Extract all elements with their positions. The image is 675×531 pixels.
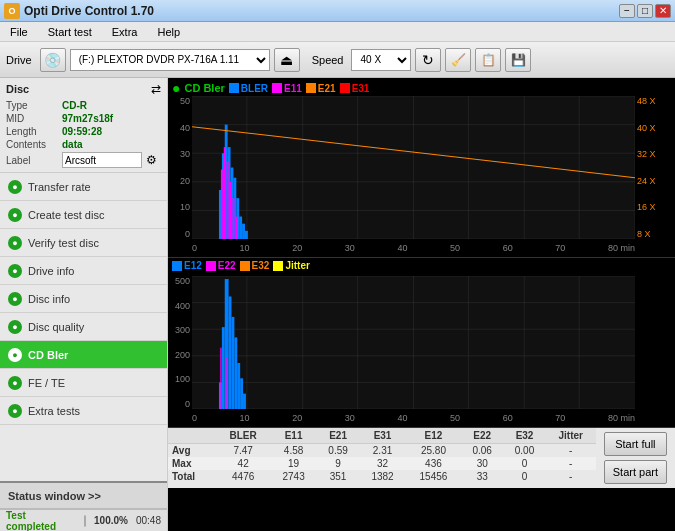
- drive-select[interactable]: (F:) PLEXTOR DVDR PX-716A 1.11: [70, 49, 270, 71]
- chart1-x-axis: 0 10 20 30 40 50 60 70 80 min: [192, 239, 635, 257]
- chart2-y-axis: 500 400 300 200 100 0: [168, 276, 192, 409]
- disc-arrow[interactable]: ⇄: [151, 82, 161, 96]
- start-part-button[interactable]: Start part: [604, 460, 667, 484]
- legend-label-bler: BLER: [241, 83, 268, 94]
- disc-contents-label: Contents: [6, 139, 58, 150]
- stats-avg-e21: 0.59: [317, 444, 359, 458]
- y-tick-50: 50: [180, 96, 190, 106]
- disc-panel: Disc ⇄ Type CD-R MID 97m27s18f Length 09…: [0, 78, 167, 173]
- status-window-button[interactable]: Status window >>: [0, 483, 167, 509]
- speed-tick-8x: 8 X: [637, 229, 651, 239]
- stats-col-e31: E31: [359, 428, 406, 444]
- minimize-button[interactable]: −: [619, 4, 635, 18]
- x2-tick-30: 30: [345, 413, 355, 423]
- start-full-button[interactable]: Start full: [604, 432, 667, 456]
- legend-label-jitter: Jitter: [285, 260, 309, 271]
- disc-label-input[interactable]: [62, 152, 142, 168]
- restore-button[interactable]: □: [637, 4, 653, 18]
- close-button[interactable]: ✕: [655, 4, 671, 18]
- app-icon: O: [4, 3, 20, 19]
- y-tick-10: 10: [180, 202, 190, 212]
- nav-icon-fe-te: ●: [8, 376, 22, 390]
- stats-total-jitter: -: [546, 470, 596, 483]
- refresh-button[interactable]: ↻: [415, 48, 441, 72]
- legend-bler: BLER: [229, 83, 268, 94]
- menu-start-test[interactable]: Start test: [42, 25, 98, 39]
- chart-bler-title-text: CD Bler: [184, 82, 224, 94]
- sidebar-item-cd-bler[interactable]: ● CD Bler: [0, 341, 167, 369]
- stats-label-max: Max: [168, 457, 216, 470]
- stats-row-max: Max 42 19 9 32 436 30 0 -: [168, 457, 596, 470]
- legend-color-e22: [206, 261, 216, 271]
- speed-tick-16x: 16 X: [637, 202, 656, 212]
- x2-tick-10: 10: [240, 413, 250, 423]
- disc-mid-label: MID: [6, 113, 58, 124]
- stats-max-bler: 42: [216, 457, 270, 470]
- svg-rect-25: [224, 147, 226, 239]
- sidebar-item-disc-info[interactable]: ● Disc info: [0, 285, 167, 313]
- speed-tick-48x: 48 X: [637, 96, 656, 106]
- sidebar-item-create-test-disc[interactable]: ● Create test disc: [0, 201, 167, 229]
- chart-e12: E12 E22 E32 Jitter 500 400 3: [168, 258, 675, 428]
- stats-avg-e32: 0.00: [503, 444, 545, 458]
- action-buttons: Start full Start part: [596, 428, 675, 488]
- legend-color-e11: [272, 83, 282, 93]
- svg-rect-21: [239, 217, 242, 239]
- y2-tick-100: 100: [175, 374, 190, 384]
- erase-button[interactable]: 🧹: [445, 48, 471, 72]
- stats-total-e32: 0: [503, 470, 545, 483]
- sidebar-item-verify-test-disc[interactable]: ● Verify test disc: [0, 229, 167, 257]
- disc-label-icon[interactable]: ⚙: [146, 153, 157, 167]
- copy-button[interactable]: 📋: [475, 48, 501, 72]
- progress-time: 00:48: [136, 515, 161, 526]
- disc-title: Disc: [6, 83, 29, 95]
- nav-icon-verify-test-disc: ●: [8, 236, 22, 250]
- sidebar-item-extra-tests[interactable]: ● Extra tests: [0, 397, 167, 425]
- stats-col-e22: E22: [461, 428, 503, 444]
- chart2-svg: [192, 276, 635, 409]
- svg-rect-22: [242, 224, 245, 239]
- svg-rect-46: [229, 296, 232, 409]
- x2-tick-60: 60: [503, 413, 513, 423]
- menu-file[interactable]: File: [4, 25, 34, 39]
- menu-help[interactable]: Help: [151, 25, 186, 39]
- stats-total-e21: 351: [317, 470, 359, 483]
- sidebar-item-transfer-rate[interactable]: ● Transfer rate: [0, 173, 167, 201]
- legend-label-e11: E11: [284, 83, 302, 94]
- stats-total-e22: 33: [461, 470, 503, 483]
- progress-bar-container: [84, 515, 86, 527]
- speed-tick-32x: 32 X: [637, 149, 656, 159]
- sidebar-item-fe-te[interactable]: ● FE / TE: [0, 369, 167, 397]
- disc-label-row: Label ⚙: [6, 152, 161, 168]
- svg-rect-28: [232, 198, 234, 239]
- chart-bler: ● CD Bler BLER E11 E21 E31: [168, 78, 675, 258]
- menubar: File Start test Extra Help: [0, 22, 675, 42]
- svg-rect-48: [234, 337, 237, 409]
- x-tick-20: 20: [292, 243, 302, 253]
- speed-select[interactable]: 40 X: [351, 49, 411, 71]
- nav-icon-disc-info: ●: [8, 292, 22, 306]
- stats-col-bler: BLER: [216, 428, 270, 444]
- x-tick-60: 60: [503, 243, 513, 253]
- y2-tick-300: 300: [175, 325, 190, 335]
- content-area: ● CD Bler BLER E11 E21 E31: [168, 78, 675, 531]
- sidebar-nav: ● Transfer rate ● Create test disc ● Ver…: [0, 173, 167, 481]
- legend-color-e32: [240, 261, 250, 271]
- menu-extra[interactable]: Extra: [106, 25, 144, 39]
- save-button[interactable]: 💾: [505, 48, 531, 72]
- disc-type-value: CD-R: [62, 100, 87, 111]
- x-tick-70: 70: [555, 243, 565, 253]
- sidebar-item-disc-quality[interactable]: ● Disc quality: [0, 313, 167, 341]
- x2-tick-40: 40: [397, 413, 407, 423]
- legend-color-bler: [229, 83, 239, 93]
- stats-avg-e12: 25.80: [406, 444, 461, 458]
- main: Disc ⇄ Type CD-R MID 97m27s18f Length 09…: [0, 78, 675, 531]
- drive-label: Drive: [6, 54, 32, 66]
- stats-max-e11: 19: [270, 457, 317, 470]
- eject-button[interactable]: ⏏: [274, 48, 300, 72]
- x2-tick-80min: 80 min: [608, 413, 635, 423]
- sidebar-item-drive-info[interactable]: ● Drive info: [0, 257, 167, 285]
- disc-contents-row: Contents data: [6, 139, 161, 150]
- sidebar-item-transfer-rate-label: Transfer rate: [28, 181, 91, 193]
- progress-percent: 100.0%: [94, 515, 128, 526]
